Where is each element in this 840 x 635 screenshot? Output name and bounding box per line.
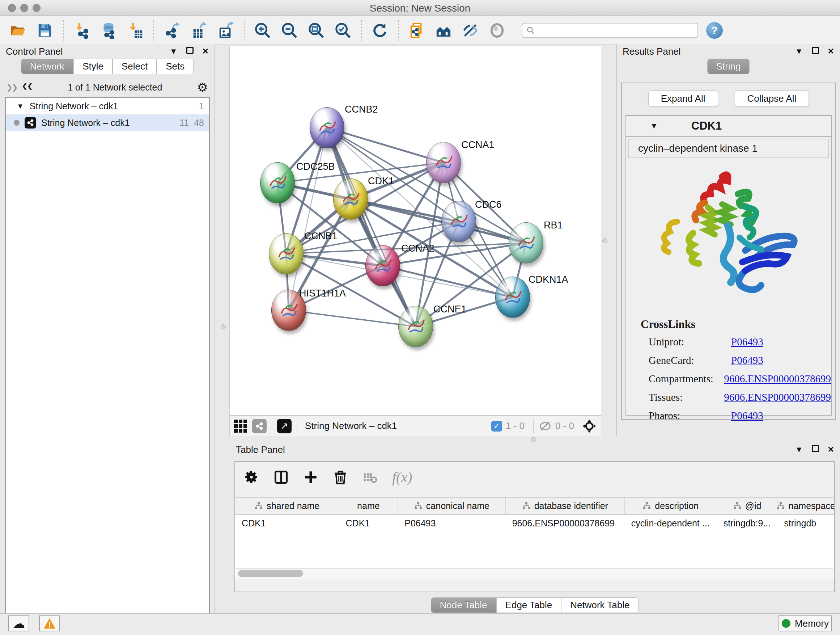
- crosslink-pharos[interactable]: P06493: [731, 410, 763, 422]
- show-all-icon[interactable]: [488, 22, 506, 39]
- expand-all-button[interactable]: Expand All: [648, 90, 718, 107]
- selected-count: 1 - 0: [506, 420, 524, 432]
- table-cell[interactable]: P06493: [398, 515, 505, 532]
- window-title: Session: New Session: [0, 3, 840, 14]
- network-node-cdc25b[interactable]: [260, 162, 295, 203]
- column-header-namespace[interactable]: namespace: [777, 497, 834, 514]
- function-builder-icon[interactable]: f(x): [392, 469, 412, 486]
- crosslink-compartments[interactable]: 9606.ENSP00000378699: [724, 373, 831, 385]
- table-cell[interactable]: stringdb: [777, 515, 834, 532]
- help-icon[interactable]: ?: [706, 22, 723, 39]
- birds-eye-toggle-icon[interactable]: [582, 419, 597, 433]
- tab-select[interactable]: Select: [112, 59, 156, 74]
- table-cell[interactable]: CDK1: [339, 515, 398, 532]
- export-network-icon[interactable]: [164, 22, 181, 39]
- collection-expander-icon[interactable]: ▼: [17, 102, 24, 111]
- table-settings-gear-icon[interactable]: [244, 470, 259, 485]
- tab-node-table[interactable]: Node Table: [431, 597, 496, 613]
- table-cell[interactable]: cyclin-dependent ...: [625, 515, 717, 532]
- open-session-icon[interactable]: [9, 22, 27, 39]
- search-field[interactable]: [522, 23, 698, 38]
- crosslink-uniprot[interactable]: P06493: [731, 336, 763, 348]
- column-header-shared-name[interactable]: shared name: [235, 497, 339, 514]
- export-table-icon[interactable]: [190, 22, 208, 39]
- results-panel-close-icon[interactable]: ✕: [828, 47, 834, 56]
- network-canvas[interactable]: CCNB2CCNA1CDC25BCDK1CDC6RB1CCNB1CCNA2CDK…: [229, 46, 601, 416]
- column-header-description[interactable]: description: [625, 497, 717, 514]
- detach-view-icon[interactable]: ↗: [277, 419, 292, 433]
- delete-table-icon[interactable]: [363, 470, 378, 485]
- control-panel-float-icon[interactable]: [186, 47, 194, 56]
- network-edge[interactable]: [289, 310, 416, 326]
- expand-all-networks-icon[interactable]: ❯❯: [22, 83, 33, 92]
- zoom-out-icon[interactable]: [281, 22, 298, 39]
- network-node-cdc6[interactable]: [441, 201, 476, 242]
- tab-network[interactable]: Network: [21, 59, 73, 74]
- export-image-icon[interactable]: [217, 22, 234, 39]
- first-neighbors-icon[interactable]: [435, 22, 452, 39]
- refresh-view-icon[interactable]: [371, 22, 388, 39]
- cloud-status-button[interactable]: ☁: [8, 616, 29, 631]
- collapse-all-networks-icon[interactable]: ❯❯: [6, 83, 17, 92]
- network-node-ccnb1[interactable]: [269, 233, 303, 274]
- hide-selected-icon[interactable]: [462, 22, 479, 39]
- tab-sets[interactable]: Sets: [156, 59, 194, 74]
- table-cell[interactable]: 9606.ENSP00000378699: [506, 515, 625, 532]
- delete-column-icon[interactable]: [333, 470, 348, 485]
- zoom-selected-icon[interactable]: [334, 22, 352, 39]
- search-input[interactable]: [535, 25, 694, 35]
- collapse-all-button[interactable]: Collapse All: [735, 90, 809, 107]
- table-panel-close-icon[interactable]: ✕: [828, 445, 834, 454]
- table-cell[interactable]: CDK1: [235, 515, 339, 532]
- table-panel-float-icon[interactable]: [812, 445, 819, 454]
- view-grid-icon[interactable]: [234, 420, 247, 432]
- add-column-icon[interactable]: [303, 470, 318, 485]
- table-panel-menu-icon[interactable]: ▼: [795, 445, 803, 454]
- gene-expander-icon[interactable]: ▼: [650, 121, 658, 131]
- split-columns-icon[interactable]: [273, 470, 289, 485]
- import-network-file-icon[interactable]: [73, 22, 90, 39]
- network-edge[interactable]: [289, 128, 327, 310]
- column-header-canonical-name[interactable]: canonical name: [398, 497, 505, 514]
- tab-string[interactable]: String: [707, 59, 750, 74]
- memory-button[interactable]: Memory: [778, 616, 832, 631]
- column-header-@id[interactable]: @id: [717, 497, 778, 514]
- tab-style[interactable]: Style: [73, 59, 112, 74]
- results-panel-float-icon[interactable]: [812, 47, 819, 56]
- network-node-ccnb2[interactable]: [309, 107, 344, 149]
- network-node-cdkn1a[interactable]: [495, 277, 530, 318]
- tab-edge-table[interactable]: Edge Table: [496, 597, 561, 613]
- save-session-icon[interactable]: [36, 22, 54, 39]
- results-panel-menu-icon[interactable]: ▼: [795, 47, 803, 56]
- warnings-button[interactable]: [39, 616, 60, 631]
- network-node-rb1[interactable]: [508, 222, 543, 264]
- network-collection-row[interactable]: ▼ String Network – cdk1 1: [6, 98, 209, 114]
- network-edge[interactable]: [327, 128, 444, 163]
- fit-content-icon[interactable]: [308, 22, 325, 39]
- network-node-cdk1[interactable]: [333, 179, 368, 220]
- control-panel-close-icon[interactable]: ✕: [202, 47, 209, 56]
- left-splitter-handle[interactable]: [221, 325, 226, 329]
- scrollbar-thumb[interactable]: [238, 570, 303, 577]
- import-table-file-icon[interactable]: [126, 22, 144, 39]
- import-network-database-icon[interactable]: [100, 22, 117, 39]
- network-node-ccne1[interactable]: [398, 306, 433, 347]
- network-share-icon[interactable]: [252, 419, 267, 433]
- right-splitter-handle[interactable]: [602, 238, 607, 243]
- crosslink-genecard[interactable]: P06493: [731, 355, 763, 366]
- network-node-ccna2[interactable]: [365, 245, 400, 287]
- selected-checkbox-icon[interactable]: ✓: [491, 421, 502, 432]
- tab-network-table[interactable]: Network Table: [561, 597, 638, 613]
- network-row[interactable]: String Network – cdk1 11 48: [6, 114, 209, 131]
- zoom-in-icon[interactable]: [254, 22, 271, 39]
- table-horizontal-scrollbar[interactable]: [236, 568, 834, 578]
- bottom-splitter-handle[interactable]: [531, 437, 536, 442]
- column-header-name[interactable]: name: [339, 497, 398, 514]
- crosslink-tissues[interactable]: 9606.ENSP00000378699: [724, 391, 831, 403]
- network-node-ccna1[interactable]: [426, 142, 461, 183]
- table-cell[interactable]: stringdb:9...: [717, 515, 778, 532]
- control-panel-menu-icon[interactable]: ▼: [170, 47, 178, 56]
- network-options-gear-icon[interactable]: ⚙: [197, 80, 208, 95]
- clone-network-icon[interactable]: [408, 22, 425, 39]
- column-header-database-identifier[interactable]: database identifier: [506, 497, 625, 514]
